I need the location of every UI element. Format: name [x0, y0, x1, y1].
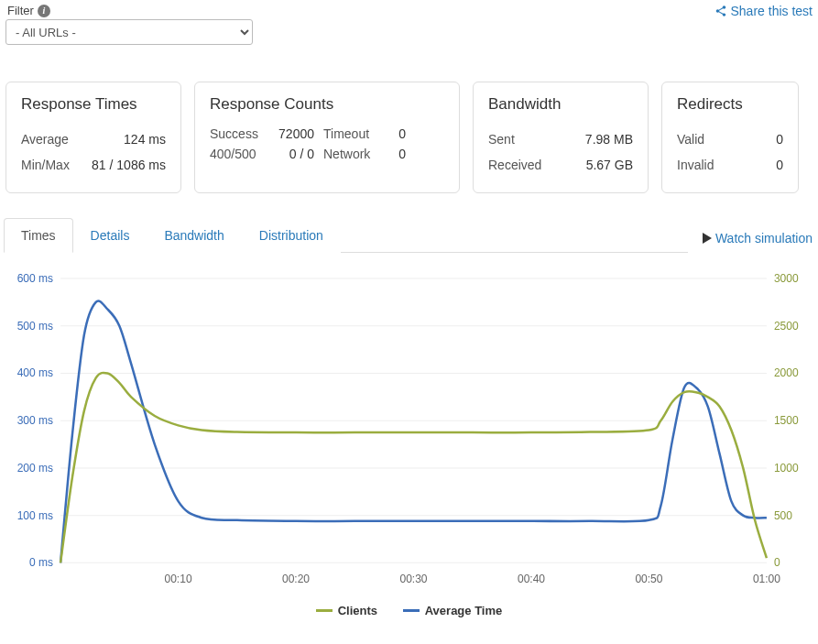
rc-timeout-label: Timeout	[323, 126, 387, 141]
rd-invalid-label: Invalid	[677, 152, 714, 178]
tabs: Times Details Bandwidth Distribution	[4, 217, 688, 253]
card-title-response-times: Response Times	[21, 95, 166, 114]
filter-label-text: Filter	[7, 4, 34, 17]
tab-times[interactable]: Times	[4, 218, 73, 253]
legend-avg-label: Average Time	[425, 604, 503, 617]
filter-label: Filter i	[7, 4, 253, 17]
rd-valid-value: 0	[776, 126, 783, 152]
svg-text:01:00: 01:00	[753, 573, 780, 585]
card-title-response-counts: Response Counts	[210, 95, 444, 114]
rt-avg-value: 124 ms	[124, 126, 166, 152]
share-icon	[714, 5, 727, 17]
svg-text:600 ms: 600 ms	[17, 272, 53, 285]
watch-simulation-link[interactable]: Watch simulation	[703, 231, 813, 253]
play-icon	[703, 233, 712, 244]
legend-clients: Clients	[316, 604, 377, 617]
svg-text:2000: 2000	[774, 366, 799, 379]
svg-text:2500: 2500	[774, 320, 799, 333]
share-test-label: Share this test	[731, 4, 813, 18]
watch-simulation-label: Watch simulation	[715, 231, 813, 246]
svg-text:500: 500	[774, 509, 792, 522]
svg-text:00:30: 00:30	[399, 573, 427, 585]
chart-legend: Clients Average Time	[5, 590, 813, 625]
rc-err-label: 400/500	[210, 147, 274, 161]
rt-avg-label: Average	[21, 126, 69, 152]
rc-timeout-value: 0	[387, 126, 406, 141]
svg-text:00:40: 00:40	[518, 573, 545, 585]
share-test-link[interactable]: Share this test	[714, 4, 813, 18]
svg-text:300 ms: 300 ms	[17, 414, 53, 427]
bw-recv-label: Received	[488, 152, 541, 178]
card-title-redirects: Redirects	[677, 95, 783, 114]
svg-text:0: 0	[774, 556, 780, 569]
rc-network-label: Network	[323, 147, 387, 161]
info-icon[interactable]: i	[38, 5, 50, 17]
card-bandwidth: Bandwidth Sent 7.98 MB Received 5.67 GB	[473, 82, 649, 193]
svg-text:1500: 1500	[774, 414, 799, 427]
rt-minmax-value: 81 / 1086 ms	[92, 152, 166, 178]
rc-success-value: 72000	[274, 126, 323, 141]
rc-err-value: 0 / 0	[274, 147, 323, 161]
rt-minmax-label: Min/Max	[21, 152, 70, 178]
rc-network-value: 0	[387, 147, 406, 161]
tab-details[interactable]: Details	[73, 218, 147, 253]
tab-bandwidth[interactable]: Bandwidth	[147, 218, 241, 253]
rc-success-label: Success	[210, 126, 274, 141]
bw-sent-value: 7.98 MB	[585, 126, 633, 152]
legend-swatch-clients	[316, 609, 333, 612]
svg-text:3000: 3000	[774, 272, 799, 285]
rd-invalid-value: 0	[776, 152, 783, 178]
svg-text:100 ms: 100 ms	[17, 509, 53, 522]
times-chart: 0 ms100 ms200 ms300 ms400 ms500 ms600 ms…	[5, 269, 813, 590]
svg-text:200 ms: 200 ms	[17, 462, 53, 475]
card-response-counts: Response Counts Success 72000 Timeout 0 …	[194, 82, 460, 193]
svg-text:00:10: 00:10	[165, 573, 192, 585]
svg-text:00:50: 00:50	[635, 573, 662, 585]
svg-text:1000: 1000	[774, 462, 799, 475]
card-title-bandwidth: Bandwidth	[488, 95, 633, 114]
svg-text:0 ms: 0 ms	[29, 556, 53, 569]
tab-distribution[interactable]: Distribution	[242, 218, 341, 253]
svg-text:400 ms: 400 ms	[17, 366, 53, 379]
legend-avg: Average Time	[403, 604, 503, 617]
legend-swatch-avg	[403, 609, 420, 612]
svg-text:500 ms: 500 ms	[17, 320, 53, 333]
svg-text:00:20: 00:20	[282, 573, 310, 585]
legend-clients-label: Clients	[338, 604, 377, 617]
card-response-times: Response Times Average 124 ms Min/Max 81…	[5, 82, 181, 193]
filter-select[interactable]: - All URLs -	[5, 19, 253, 45]
card-redirects: Redirects Valid 0 Invalid 0	[661, 82, 799, 193]
rd-valid-label: Valid	[677, 126, 704, 152]
bw-recv-value: 5.67 GB	[586, 152, 633, 178]
bw-sent-label: Sent	[488, 126, 515, 152]
